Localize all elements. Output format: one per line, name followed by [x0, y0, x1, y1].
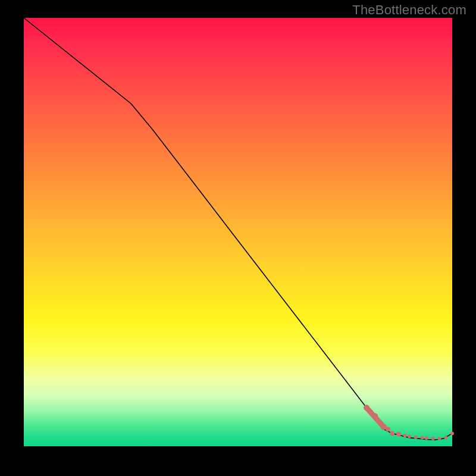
chart-svg [24, 18, 452, 446]
marker-dot [408, 434, 411, 438]
marker-dot [403, 434, 407, 437]
marker-dot [425, 436, 428, 440]
marker-dot [372, 414, 378, 419]
marker-dot [364, 405, 369, 411]
marker-dot [390, 431, 394, 436]
plot-area [24, 18, 452, 446]
branding-watermark: TheBottleneck.com [352, 2, 466, 18]
marker-dot [396, 432, 401, 437]
marker-dot [431, 437, 435, 440]
marker-group [364, 405, 454, 440]
marker-dot [414, 436, 418, 439]
marker-dot [421, 436, 424, 440]
marker-dot [444, 436, 447, 440]
marker-dot [450, 431, 454, 435]
marker-dot [386, 427, 390, 431]
chart-frame: TheBottleneck.com [0, 0, 476, 476]
bottleneck-curve [24, 18, 452, 440]
marker-dot [437, 437, 441, 440]
